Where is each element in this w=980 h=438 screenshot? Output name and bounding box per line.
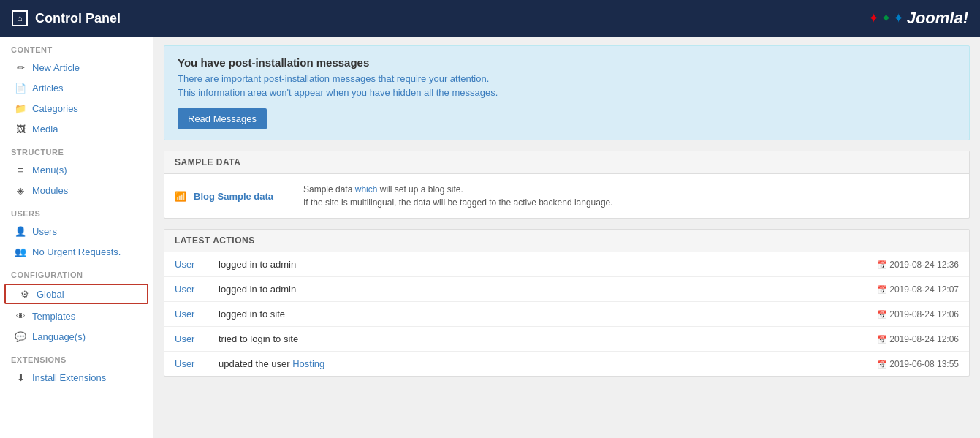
sample-desc-line2: If the site is multilingual, the data wi…: [303, 196, 613, 209]
action-desc: logged in to site: [208, 302, 629, 327]
action-row: Usertried to login to site📅 2019-08-24 1…: [164, 327, 969, 352]
action-desc: tried to login to site: [208, 327, 629, 352]
action-user: User: [164, 252, 208, 277]
action-user: User: [164, 302, 208, 327]
sidebar-item-media[interactable]: 🖼 Media: [0, 118, 153, 139]
action-row: Userlogged in to admin📅 2019-08-24 12:36: [164, 252, 969, 277]
post-install-title: You have post-installation messages: [178, 56, 956, 69]
articles-icon: 📄: [15, 82, 26, 94]
sidebar-label-templates: Templates: [32, 311, 75, 322]
users-icon: 👥: [15, 246, 26, 257]
modules-icon: ◈: [15, 184, 26, 196]
eye-icon: 👁: [15, 310, 26, 322]
sample-data-row: 📶 Blog Sample data Sample data which wil…: [164, 174, 969, 218]
sample-which-link[interactable]: which: [355, 184, 378, 195]
sidebar-item-no-urgent: 👥 No Urgent Requests.: [0, 241, 153, 262]
sidebar: CONTENT ✏ New Article 📄 Articles 📁 Categ…: [0, 37, 153, 438]
action-date: 📅 2019-08-24 12:36: [629, 252, 969, 277]
sidebar-item-global[interactable]: ⚙ Global: [4, 284, 148, 304]
action-desc: updated the user Hosting: [208, 352, 629, 377]
action-date: 📅 2019-08-24 12:06: [629, 302, 969, 327]
sidebar-label-no-urgent: No Urgent Requests.: [32, 246, 121, 257]
action-date: 📅 2019-06-08 13:55: [629, 352, 969, 377]
sidebar-item-install-extensions[interactable]: ⬇ Install Extensions: [0, 367, 153, 388]
action-date: 📅 2019-08-24 12:06: [629, 327, 969, 352]
topbar-title: Control Panel: [35, 11, 121, 26]
blog-sample-link[interactable]: Blog Sample data: [194, 191, 296, 202]
sidebar-section-users: USERS: [0, 200, 153, 221]
sidebar-section-content: CONTENT: [0, 37, 153, 57]
sidebar-label-menus: Menu(s): [32, 165, 67, 175]
main-layout: CONTENT ✏ New Article 📄 Articles 📁 Categ…: [0, 37, 980, 438]
menu-icon: ≡: [15, 164, 26, 175]
post-install-box: You have post-installation messages Ther…: [164, 45, 970, 140]
language-icon: 💬: [15, 331, 26, 342]
action-date: 📅 2019-08-24 12:07: [629, 277, 969, 302]
sidebar-section-configuration: CONFIGURATION: [0, 262, 153, 282]
wifi-icon: 📶: [175, 191, 186, 202]
sample-data-body: 📶 Blog Sample data Sample data which wil…: [164, 174, 969, 218]
sidebar-item-menus[interactable]: ≡ Menu(s): [0, 159, 153, 180]
user-icon: 👤: [15, 225, 26, 237]
sample-data-header: SAMPLE DATA: [164, 151, 969, 174]
sample-desc: Sample data which will set up a blog sit…: [303, 183, 613, 209]
latest-actions-panel: LATEST ACTIONS Userlogged in to admin📅 2…: [164, 229, 970, 377]
read-messages-button[interactable]: Read Messages: [178, 108, 267, 129]
joomla-star-icon: ✦✦✦: [868, 10, 904, 26]
action-row: Userupdated the user Hosting📅 2019-06-08…: [164, 352, 969, 377]
post-install-line2: This information area won't appear when …: [178, 87, 956, 98]
action-user: User: [164, 352, 208, 377]
sidebar-item-modules[interactable]: ◈ Modules: [0, 180, 153, 200]
pencil-icon: ✏: [15, 61, 26, 73]
content-area: You have post-installation messages Ther…: [153, 37, 980, 438]
action-desc: logged in to admin: [208, 277, 629, 302]
sidebar-item-articles[interactable]: 📄 Articles: [0, 78, 153, 98]
action-user: User: [164, 327, 208, 352]
topbar-left: ⌂ Control Panel: [12, 10, 121, 26]
sidebar-item-categories[interactable]: 📁 Categories: [0, 98, 153, 118]
post-install-line1: There are important post-installation me…: [178, 73, 956, 84]
sidebar-item-new-article[interactable]: ✏ New Article: [0, 57, 153, 78]
calendar-icon: 📅: [877, 310, 887, 319]
sidebar-label-users: Users: [32, 226, 57, 237]
topbar-right: ✦✦✦ Joomla!: [868, 9, 968, 28]
sidebar-label-install-extensions: Install Extensions: [32, 372, 106, 383]
calendar-icon: 📅: [877, 285, 887, 294]
topbar: ⌂ Control Panel ✦✦✦ Joomla!: [0, 0, 980, 37]
action-row: Userlogged in to admin📅 2019-08-24 12:07: [164, 277, 969, 302]
action-desc: logged in to admin: [208, 252, 629, 277]
folder-icon: 📁: [15, 102, 26, 114]
actions-table: Userlogged in to admin📅 2019-08-24 12:36…: [164, 252, 969, 376]
calendar-icon: 📅: [877, 335, 887, 344]
sidebar-item-languages[interactable]: 💬 Language(s): [0, 326, 153, 347]
sidebar-section-structure: STRUCTURE: [0, 139, 153, 159]
download-icon: ⬇: [15, 371, 26, 383]
sidebar-label-languages: Language(s): [32, 331, 86, 342]
calendar-icon: 📅: [877, 360, 887, 369]
joomla-logo: Joomla!: [907, 9, 968, 28]
gear-icon: ⚙: [19, 288, 31, 300]
sidebar-label-global: Global: [37, 289, 64, 300]
latest-actions-body: Userlogged in to admin📅 2019-08-24 12:36…: [164, 252, 969, 376]
action-user: User: [164, 277, 208, 302]
sidebar-item-templates[interactable]: 👁 Templates: [0, 306, 153, 326]
media-icon: 🖼: [15, 123, 26, 135]
sidebar-section-extensions: EXTENSIONS: [0, 347, 153, 367]
home-icon[interactable]: ⌂: [12, 10, 28, 26]
calendar-icon: 📅: [877, 260, 887, 269]
sample-data-panel: SAMPLE DATA 📶 Blog Sample data Sample da…: [164, 151, 970, 219]
sidebar-label-new-article: New Article: [32, 62, 80, 73]
sidebar-label-media: Media: [32, 124, 58, 135]
latest-actions-header: LATEST ACTIONS: [164, 230, 969, 252]
sample-desc-line1: Sample data which will set up a blog sit…: [303, 183, 613, 196]
sidebar-item-users[interactable]: 👤 Users: [0, 221, 153, 241]
sidebar-label-modules: Modules: [32, 185, 68, 196]
sidebar-label-categories: Categories: [32, 103, 78, 114]
sidebar-label-articles: Articles: [32, 83, 64, 94]
action-row: Userlogged in to site📅 2019-08-24 12:06: [164, 302, 969, 327]
action-link[interactable]: Hosting: [292, 358, 324, 369]
